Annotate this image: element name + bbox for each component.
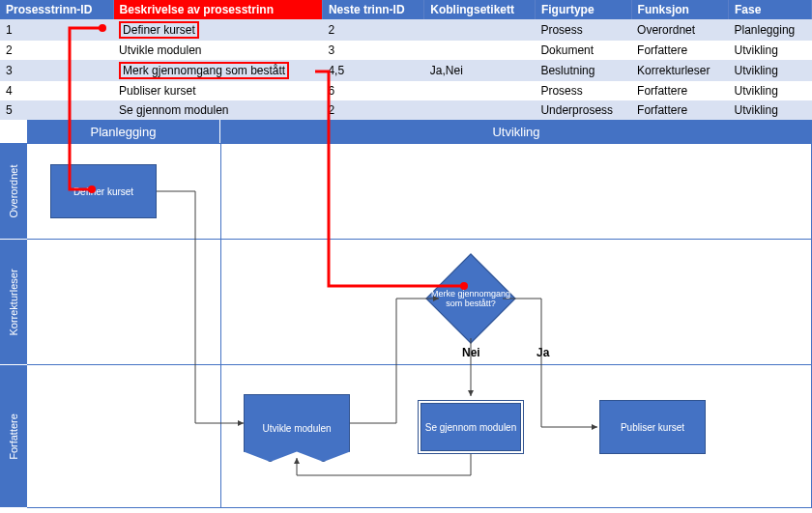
process-table: Prosesstrinn-ID Beskrivelse av prosesstr… <box>0 0 812 120</box>
lane-body-1 <box>27 240 812 365</box>
hdr-shape: Figurtype <box>535 0 631 19</box>
edge-label-no: Nei <box>462 346 480 359</box>
table-row: 5Se gjennom modulen2UnderprosessForfatte… <box>0 100 812 120</box>
phase-separator <box>220 143 221 508</box>
hdr-desc: Beskrivelse av prosesstrinn <box>113 0 322 19</box>
hdr-id: Prosesstrinn-ID <box>0 0 113 19</box>
swimlane-diagram: Planlegging Utvikling Overordnet Korrekt… <box>0 120 812 513</box>
shape-develop-module: Utvikle modulen <box>244 394 350 462</box>
phase-header-plan: Planlegging <box>27 120 220 143</box>
phase-header-dev: Utvikling <box>220 120 812 143</box>
shape-review-module: Se gjennom modulen <box>418 400 524 454</box>
lane-label-forfattere: Forfattere <box>0 365 27 508</box>
table-row: 4Publiser kurset6ProsessForfattereUtvikl… <box>0 81 812 100</box>
shape-define-course: Definer kurset <box>50 164 157 218</box>
table-row: 1Definer kurset2ProsessOverordnetPlanleg… <box>0 19 812 41</box>
table-row: 3Merk gjennomgang som bestått4,5Ja,NeiBe… <box>0 60 812 81</box>
lane-label-overordnet: Overordnet <box>0 143 27 240</box>
hdr-next: Neste trinn-ID <box>322 0 423 19</box>
edge-label-yes: Ja <box>536 346 549 359</box>
shape-decision: Merke gjennomgang som bestått? <box>427 255 514 342</box>
table-row: 2Utvikle modulen3DokumentForfattereUtvik… <box>0 41 812 60</box>
hdr-conn: Koblingsetikett <box>424 0 536 19</box>
callout-dot-1 <box>99 24 106 32</box>
shape-publish-course: Publiser kurset <box>599 400 706 454</box>
lane-label-korrekturleser: Korrekturleser <box>0 240 27 365</box>
hdr-role: Funksjon <box>631 0 728 19</box>
hdr-phase: Fase <box>729 0 812 19</box>
